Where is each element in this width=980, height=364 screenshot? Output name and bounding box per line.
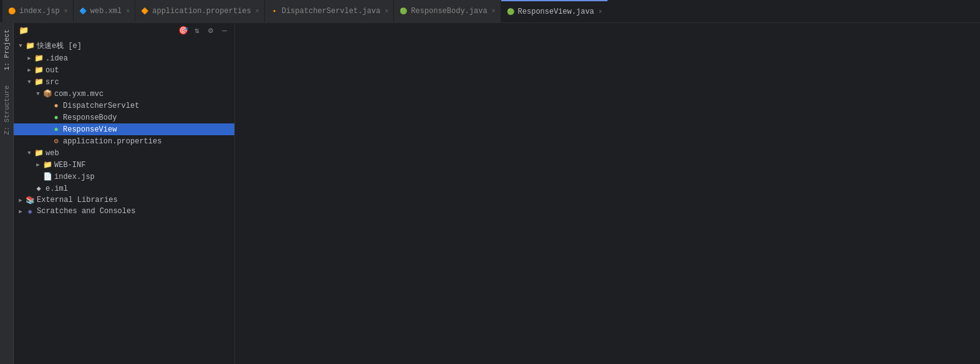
line-numbers [235, 23, 263, 364]
tree-indent [14, 125, 42, 134]
tree-label-src: src [46, 78, 59, 87]
folder-icon-out: 📁 [34, 66, 44, 75]
tab-label-response-body: ResponseBody.java [411, 7, 487, 16]
tab-close-application-properties[interactable]: × [256, 8, 259, 15]
tree-label-root: 快速e栈 [e] [37, 41, 82, 51]
tab-label-application-properties: application.properties [152, 7, 251, 16]
tree-indent [14, 101, 42, 110]
tree-item-com-yxm-mvc[interactable]: ▼📦com.yxm.mvc [14, 88, 234, 100]
package-icon-com-yxm-mvc: 📦 [42, 90, 52, 98]
main-layout: 1: Project Z: Structure 📁 🎯 ⇅ ⚙ — ▼📁快速e栈… [0, 23, 980, 364]
tree-arrow-com-yxm-mvc[interactable]: ▼ [34, 91, 42, 97]
tab-web-xml[interactable]: 🔷web.xml× [74, 0, 135, 22]
tree-arrow-web[interactable]: ▼ [25, 150, 34, 156]
tree-item-scratches[interactable]: ▶◈Scratches and Consoles [14, 206, 234, 217]
folder-icon-web: 📁 [34, 149, 44, 158]
folder-icon: 📁 [19, 26, 29, 36]
tree-indent [14, 184, 25, 193]
tree-indent [14, 65, 25, 75]
tree-item-web-inf[interactable]: ▶📁WEB-INF [14, 159, 234, 171]
tree-indent [14, 148, 25, 158]
java-g-icon-response-view-file: ● [51, 125, 61, 134]
tab-close-index-jsp[interactable]: × [64, 8, 68, 15]
tree-item-response-body-file[interactable]: ●ResponseBody [14, 112, 234, 123]
expand-icon[interactable]: ⇅ [192, 26, 202, 36]
tree-item-external-libraries[interactable]: ▶📚External Libraries [14, 194, 234, 206]
project-side-tab[interactable]: 1: Project [2, 26, 12, 74]
tree-arrow-scratches[interactable]: ▶ [16, 208, 25, 215]
structure-side-tab[interactable]: Z: Structure [2, 82, 12, 138]
left-side-panel: 1: Project Z: Structure [0, 23, 14, 364]
folder-icon-root: 📁 [25, 42, 35, 50]
code-editor [235, 23, 980, 364]
tree-label-application-properties-file: application.properties [63, 137, 161, 146]
scratch-icon-scratches: ◈ [25, 207, 35, 216]
tree-label-dispatcher-servlet-file: DispatcherServlet [63, 102, 139, 110]
settings-icon[interactable]: ⚙ [206, 26, 216, 36]
tree-item-out[interactable]: ▶📁out [14, 64, 234, 76]
java-g-icon: 🟢 [506, 7, 515, 16]
tree-indent [14, 89, 34, 98]
tab-close-web-xml[interactable]: × [126, 8, 130, 15]
tree-indent [14, 54, 25, 63]
tree-label-response-view-file: ResponseView [63, 125, 117, 134]
tab-response-view[interactable]: 🟢ResponseView.java× [501, 0, 608, 22]
tab-close-dispatcher-servlet[interactable]: × [385, 8, 388, 15]
tree-arrow-external-libraries[interactable]: ▶ [16, 197, 25, 204]
tab-bar: 🟠index.jsp×🔷web.xml×🔶application.propert… [0, 0, 980, 23]
tree-label-com-yxm-mvc: com.yxm.mvc [54, 90, 103, 98]
folder-src-icon-src: 📁 [34, 78, 44, 87]
tree-label-e-iml: e.iml [46, 184, 68, 193]
tree-arrow-idea[interactable]: ▶ [25, 55, 34, 62]
tree-indent [14, 77, 25, 87]
java-g-icon-response-body-file: ● [51, 113, 61, 122]
ext-lib-icon-external-libraries: 📚 [25, 196, 35, 204]
code-lines[interactable] [263, 23, 980, 364]
tree-arrow-src[interactable]: ▼ [25, 79, 34, 85]
folder-icon-idea: 📁 [34, 54, 44, 63]
tab-close-response-body[interactable]: × [492, 8, 496, 15]
tab-index-jsp[interactable]: 🟠index.jsp× [2, 0, 74, 22]
tree-item-dispatcher-servlet-file[interactable]: ●DispatcherServlet [14, 100, 234, 112]
folder-icon-web-inf: 📁 [42, 161, 52, 170]
tree-item-src[interactable]: ▼📁src [14, 76, 234, 88]
tab-label-dispatcher-servlet: DispatcherServlet.java [282, 7, 380, 16]
tree-arrow-web-inf[interactable]: ▶ [34, 161, 42, 168]
tree-arrow-root[interactable]: ▼ [16, 43, 25, 49]
sidebar-toolbar: 📁 🎯 ⇅ ⚙ — [14, 23, 234, 38]
jsp-icon: 🟠 [7, 7, 16, 16]
tree-item-root[interactable]: ▼📁快速e栈 [e] [14, 39, 234, 52]
tree-label-web: web [46, 149, 59, 158]
tree-indent [14, 113, 42, 122]
tree-item-web[interactable]: ▼📁web [14, 147, 234, 159]
java-c-icon: 🔸 [270, 7, 279, 16]
java-c-icon-dispatcher-servlet-file: ● [51, 102, 61, 110]
tree-item-idea[interactable]: ▶📁.idea [14, 52, 234, 64]
tree-item-application-properties-file[interactable]: ⚙application.properties [14, 135, 234, 147]
tree-indent [14, 136, 42, 146]
tree-item-e-iml[interactable]: ◆e.iml [14, 183, 234, 194]
tab-label-index-jsp: index.jsp [19, 7, 60, 16]
tree-label-external-libraries: External Libraries [37, 196, 118, 204]
tab-close-response-view[interactable]: × [598, 9, 602, 16]
tab-response-body[interactable]: 🟢ResponseBody.java× [394, 0, 501, 22]
tree-label-out: out [46, 66, 59, 75]
tab-application-properties[interactable]: 🔶application.properties× [135, 0, 264, 22]
xml-icon: 🔷 [79, 7, 87, 16]
tab-label-web-xml: web.xml [90, 7, 122, 16]
tree-indent [14, 172, 34, 181]
locate-icon[interactable]: 🎯 [178, 26, 188, 36]
tree-item-response-view-file[interactable]: ●ResponseView [14, 123, 234, 135]
sidebar: 📁 🎯 ⇅ ⚙ — ▼📁快速e栈 [e] ▶📁.idea ▶📁out ▼📁src… [14, 23, 235, 364]
properties-icon: 🔶 [140, 7, 149, 16]
code-content [235, 23, 980, 364]
tree-indent [14, 160, 34, 170]
minimize-icon[interactable]: — [219, 26, 229, 36]
tree-arrow-out[interactable]: ▶ [25, 67, 34, 74]
tab-dispatcher-servlet[interactable]: 🔸DispatcherServlet.java× [265, 0, 394, 22]
java-g-icon: 🟢 [399, 7, 408, 16]
tree-label-web-inf: WEB-INF [54, 161, 85, 170]
tree-item-index-jsp-file[interactable]: 📄index.jsp [14, 171, 234, 183]
file-tree: ▼📁快速e栈 [e] ▶📁.idea ▶📁out ▼📁src ▼📦com.yxm… [14, 38, 234, 364]
properties-icon-application-properties-file: ⚙ [51, 137, 61, 146]
